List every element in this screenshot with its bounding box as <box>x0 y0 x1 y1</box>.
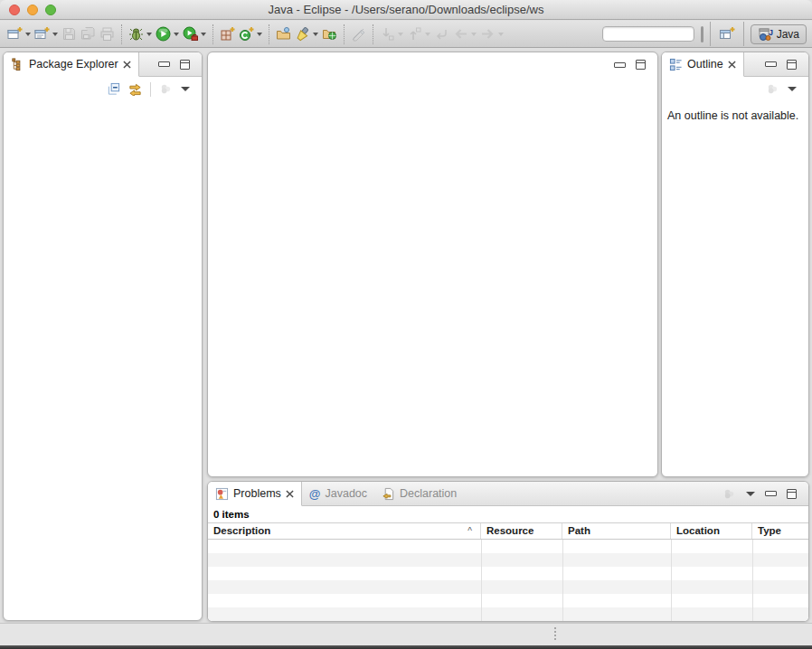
view-menu-icon[interactable] <box>788 87 797 91</box>
maximize-view-icon[interactable] <box>180 60 190 70</box>
next-annotation-button <box>378 24 405 45</box>
back-icon <box>453 26 468 42</box>
new-java-class-icon <box>239 26 254 42</box>
minimize-editor-icon[interactable] <box>614 62 626 68</box>
close-icon[interactable] <box>123 61 131 69</box>
tab-outline[interactable]: Outline <box>662 52 744 77</box>
tab-declaration[interactable]: Declaration <box>374 482 464 505</box>
toolbar-separator <box>710 22 711 46</box>
toolbar-separator <box>121 24 122 44</box>
chevron-down-icon[interactable] <box>174 33 179 36</box>
toolbar-separator <box>212 24 213 44</box>
chevron-down-icon[interactable] <box>257 33 262 36</box>
tab-package-explorer[interactable]: Package Explorer <box>4 52 139 77</box>
package-explorer-tree[interactable] <box>4 101 202 598</box>
minimize-view-icon[interactable] <box>765 61 777 67</box>
run-button[interactable] <box>154 24 181 45</box>
chevron-down-icon[interactable] <box>52 33 58 36</box>
view-menu-icon[interactable] <box>746 492 755 496</box>
toolbar-drag-handle[interactable] <box>701 26 703 42</box>
titlebar: Java - Eclipse - /Users/serano/Downloads… <box>0 0 812 20</box>
print-icon <box>99 26 115 42</box>
chevron-down-icon <box>425 33 430 36</box>
column-header-type[interactable]: Type <box>752 523 808 539</box>
open-task-button[interactable] <box>274 24 293 45</box>
tab-label: Javadoc <box>325 487 367 500</box>
column-divider <box>752 540 753 622</box>
toolbar-search-input[interactable] <box>602 26 694 42</box>
tab-label: Package Explorer <box>29 58 118 71</box>
open-type-icon <box>322 26 337 42</box>
debug-button[interactable] <box>127 24 154 45</box>
view-menu-icon[interactable] <box>181 87 190 91</box>
toolbar-separator <box>269 24 269 44</box>
new-java-project-button[interactable] <box>218 24 237 45</box>
collapse-all-icon[interactable] <box>107 82 120 96</box>
chevron-down-icon[interactable] <box>146 33 152 36</box>
save-all-button <box>79 24 98 45</box>
window-title: Java - Eclipse - /Users/serano/Downloads… <box>63 3 749 16</box>
last-edit-location-button <box>432 24 451 45</box>
statusbar-drag-handle[interactable] <box>554 627 556 640</box>
forward-icon <box>480 26 496 42</box>
open-type-button[interactable] <box>320 24 339 45</box>
column-header-path[interactable]: Path <box>562 523 671 539</box>
viewbar-separator <box>150 82 151 97</box>
run-external-tools-button[interactable] <box>181 24 208 45</box>
open-perspective-button[interactable] <box>717 24 737 45</box>
new-java-class-button[interactable] <box>237 24 264 45</box>
close-icon[interactable] <box>286 490 294 498</box>
column-header-resource[interactable]: Resource <box>481 523 562 539</box>
java-perspective-button[interactable]: J Java <box>751 24 807 44</box>
problems-icon <box>215 487 229 501</box>
maximize-view-icon[interactable] <box>787 60 797 70</box>
back-button <box>451 24 478 45</box>
empty-table-row <box>208 580 808 594</box>
column-header-location[interactable]: Location <box>671 523 752 539</box>
editor-area[interactable] <box>207 52 658 477</box>
toolbar-separator <box>344 24 345 44</box>
empty-table-row <box>208 567 808 580</box>
toggle-mark-occurrences-button <box>349 24 368 45</box>
link-with-editor-icon[interactable] <box>128 82 142 96</box>
view-menu-dots-icon <box>722 487 736 501</box>
empty-table-row <box>208 594 808 607</box>
package-explorer-icon <box>11 58 24 71</box>
save-icon <box>61 26 77 42</box>
package-explorer-toolbar <box>4 77 202 101</box>
empty-table-row <box>208 540 808 553</box>
tab-label: Declaration <box>400 487 457 500</box>
status-bar <box>0 623 812 645</box>
zoom-window-button[interactable] <box>45 5 56 15</box>
forward-button <box>478 24 505 45</box>
chevron-down-icon[interactable] <box>313 33 318 36</box>
problems-table-body <box>208 540 808 622</box>
debug-icon <box>128 26 144 42</box>
problems-count: 0 items <box>208 506 808 522</box>
search-button[interactable] <box>293 24 320 45</box>
close-icon[interactable] <box>728 61 736 69</box>
svg-text:J: J <box>769 28 773 37</box>
maximize-editor-icon[interactable] <box>636 60 646 70</box>
main-toolbar: J Java <box>0 21 812 48</box>
tab-problems[interactable]: Problems <box>208 482 302 506</box>
print-button <box>98 24 117 45</box>
column-divider <box>671 540 672 622</box>
minimize-view-icon[interactable] <box>158 61 170 67</box>
chevron-down-icon[interactable] <box>201 33 206 36</box>
maximize-view-icon[interactable] <box>787 489 797 499</box>
tab-javadoc[interactable]: @ Javadoc <box>302 482 374 505</box>
minimize-view-icon[interactable] <box>765 491 777 496</box>
problems-panel: Problems @ Javadoc Declaration 0 items D… <box>207 481 809 622</box>
run-external-tools-icon <box>183 26 198 42</box>
minimize-window-button[interactable] <box>27 5 38 15</box>
new-java-element-button[interactable] <box>33 24 60 45</box>
close-window-button[interactable] <box>9 5 20 15</box>
previous-annotation-icon <box>407 26 422 42</box>
new-wizard-icon <box>7 26 23 42</box>
column-divider <box>481 540 482 622</box>
column-header-description[interactable]: Description ^ <box>208 523 481 539</box>
chevron-down-icon[interactable] <box>25 33 31 36</box>
package-explorer-panel: Package Explorer <box>3 52 203 621</box>
new-wizard-button[interactable] <box>5 24 33 45</box>
